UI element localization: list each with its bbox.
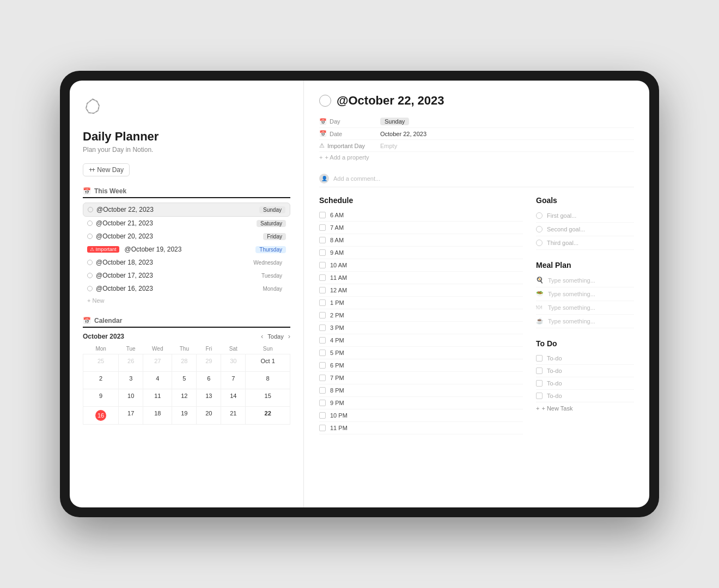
cal-cell[interactable]: 12 xyxy=(172,389,197,407)
cal-cell[interactable]: 17 xyxy=(119,407,143,425)
goal-placeholder[interactable]: Second goal... xyxy=(547,226,585,232)
next-month-button[interactable]: › xyxy=(288,332,290,340)
time-slot-checkbox[interactable] xyxy=(319,212,326,218)
cal-cell[interactable]: 8 xyxy=(246,372,290,389)
time-slot-checkbox[interactable] xyxy=(319,350,326,356)
todo-checkbox[interactable] xyxy=(536,367,543,374)
meal-placeholder[interactable]: Type something... xyxy=(548,304,595,311)
meal-placeholder[interactable]: Type something... xyxy=(548,318,595,324)
cal-cell[interactable]: 10 xyxy=(119,389,143,407)
comment-avatar: 👤 xyxy=(319,174,329,183)
prev-month-button[interactable]: ‹ xyxy=(261,332,263,340)
time-slot-checkbox[interactable] xyxy=(319,274,326,281)
cal-cell[interactable]: 19 xyxy=(172,407,197,425)
todo-checkbox[interactable] xyxy=(536,355,543,362)
goal-placeholder[interactable]: First goal... xyxy=(547,212,576,219)
cal-cell[interactable]: 13 xyxy=(197,389,221,407)
cal-cell[interactable]: 18 xyxy=(143,407,172,425)
time-slot-label: 1 PM xyxy=(330,299,344,306)
week-item[interactable]: @October 20, 2023Friday xyxy=(83,230,290,243)
cal-cell[interactable]: 25 xyxy=(83,354,119,372)
cal-cell[interactable]: 26 xyxy=(119,354,143,372)
cal-cell[interactable]: 4 xyxy=(143,372,172,389)
cal-cell[interactable]: 21 xyxy=(221,407,246,425)
todo-label[interactable]: To-do xyxy=(547,355,562,362)
right-panel: @October 22, 2023 📅 Day Sunday 📅 Date xyxy=(304,81,649,507)
cal-cell[interactable]: 6 xyxy=(197,372,221,389)
today-button[interactable]: Today xyxy=(267,333,283,340)
cal-cell[interactable]: 11 xyxy=(143,389,172,407)
cal-cell[interactable]: 5 xyxy=(172,372,197,389)
goal-placeholder[interactable]: Third goal... xyxy=(547,240,578,246)
todo-label[interactable]: To-do xyxy=(547,393,562,399)
warning-icon: ⚠ xyxy=(319,142,325,149)
week-item[interactable]: @October 21, 2023Saturday xyxy=(83,217,290,230)
week-item[interactable]: @October 18, 2023Wednesday xyxy=(83,256,290,269)
new-week-item-button[interactable]: + New xyxy=(83,295,290,306)
time-slot-checkbox[interactable] xyxy=(319,387,326,394)
cal-cell[interactable]: 20 xyxy=(197,407,221,425)
meal-placeholder[interactable]: Type something... xyxy=(548,291,595,297)
time-slot-checkbox[interactable] xyxy=(319,425,326,431)
cal-cell[interactable]: 27 xyxy=(143,354,172,372)
week-item[interactable]: @October 22, 2023Sunday xyxy=(83,203,290,217)
time-slot-checkbox[interactable] xyxy=(319,362,326,369)
cal-cell[interactable]: 2 xyxy=(83,372,119,389)
time-slot-checkbox[interactable] xyxy=(319,262,326,268)
cal-cell[interactable]: 9 xyxy=(83,389,119,407)
add-property-button[interactable]: + + Add a property xyxy=(319,152,634,163)
todo-label[interactable]: To-do xyxy=(547,380,562,387)
new-day-button[interactable]: + + New Day xyxy=(83,163,130,176)
time-slot-checkbox[interactable] xyxy=(319,237,326,243)
time-slot: 7 PM xyxy=(319,372,523,384)
schedule-slots: 6 AM7 AM8 AM9 AM10 AM11 AM12 AM1 PM2 PM3… xyxy=(319,209,523,434)
cal-cell[interactable]: Oct 1 xyxy=(246,354,290,372)
cal-cell[interactable]: 28 xyxy=(172,354,197,372)
cal-cell[interactable]: 7 xyxy=(221,372,246,389)
time-slot-checkbox[interactable] xyxy=(319,312,326,318)
todo-checkbox[interactable] xyxy=(536,380,543,387)
cal-cell[interactable]: 15 xyxy=(246,389,290,407)
time-slot-checkbox[interactable] xyxy=(319,249,326,256)
time-slot: 7 AM xyxy=(319,222,523,234)
date-prop-value[interactable]: October 22, 2023 xyxy=(380,131,426,137)
new-task-button[interactable]: + + New Task xyxy=(536,402,634,414)
meal-item: 🥗Type something... xyxy=(536,287,634,301)
cal-cell[interactable]: 14 xyxy=(221,389,246,407)
time-slot-checkbox[interactable] xyxy=(319,412,326,419)
time-slot: 1 PM xyxy=(319,297,523,309)
time-slot-checkbox[interactable] xyxy=(319,400,326,406)
important-prop-value[interactable]: Empty xyxy=(380,143,397,149)
week-item[interactable]: ⚠ Important@October 19, 2023Thursday xyxy=(83,243,290,256)
cal-cell[interactable]: 16 xyxy=(83,407,119,425)
week-item[interactable]: @October 17, 2023Tuesday xyxy=(83,269,290,282)
week-item[interactable]: @October 16, 2023Monday xyxy=(83,282,290,295)
meal-placeholder[interactable]: Type something... xyxy=(548,277,595,284)
page-status-circle[interactable] xyxy=(319,95,331,107)
prop-row-date: 📅 Date October 22, 2023 xyxy=(319,128,634,140)
cal-cell[interactable]: 29 xyxy=(197,354,221,372)
calendar-grid: MonTueWedThuFriSatSun 252627282930Oct 12… xyxy=(83,345,290,425)
todo-checkbox[interactable] xyxy=(536,393,543,399)
todo-label[interactable]: To-do xyxy=(547,367,562,374)
goal-circle[interactable] xyxy=(536,226,543,232)
today-indicator: 16 xyxy=(95,410,106,421)
meal-icon: 🍽 xyxy=(536,304,544,311)
time-slot-checkbox[interactable] xyxy=(319,337,326,344)
time-slot-checkbox[interactable] xyxy=(319,224,326,231)
goal-circle[interactable] xyxy=(536,212,543,219)
goal-circle[interactable] xyxy=(536,240,543,246)
time-slot-checkbox[interactable] xyxy=(319,375,326,381)
prop-row-important: ⚠ Important Day Empty xyxy=(319,140,634,152)
time-slot-label: 10 PM xyxy=(330,412,348,419)
time-slot-checkbox[interactable] xyxy=(319,287,326,293)
cal-cell[interactable]: 22 xyxy=(246,407,290,425)
cal-cell[interactable]: 30 xyxy=(221,354,246,372)
time-slot-checkbox[interactable] xyxy=(319,299,326,306)
day-prop-value[interactable]: Sunday xyxy=(380,118,409,125)
todo-list: To-doTo-doTo-doTo-do xyxy=(536,352,634,402)
comment-input[interactable]: Add a comment... xyxy=(333,175,380,182)
time-slot-checkbox[interactable] xyxy=(319,324,326,331)
time-slot-label: 9 PM xyxy=(330,400,344,406)
cal-cell[interactable]: 3 xyxy=(119,372,143,389)
